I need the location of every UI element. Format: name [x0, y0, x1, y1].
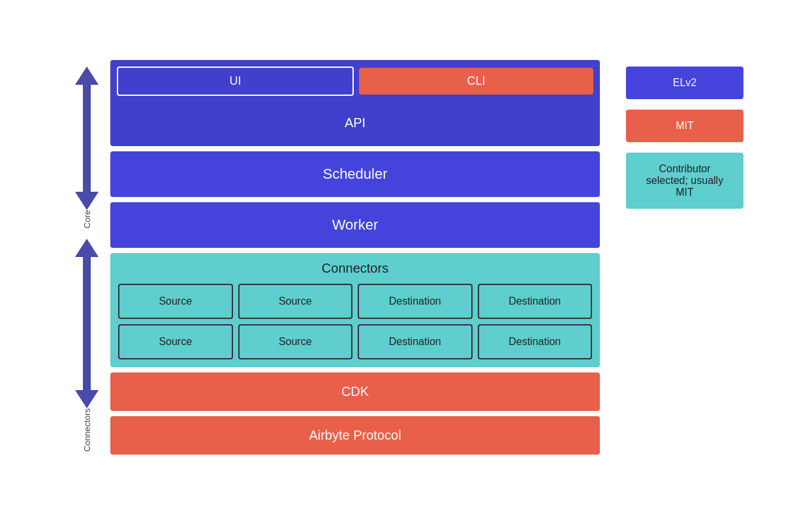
connector-source-1: Source	[118, 284, 233, 319]
connector-source-3: Source	[118, 324, 233, 359]
connector-destination-2: Destination	[478, 284, 593, 319]
api-block: API	[117, 106, 593, 140]
blocks-column: UI CLI API Scheduler Worker Connectors S…	[110, 60, 600, 455]
svg-rect-4	[83, 257, 91, 390]
connector-destination-4: Destination	[478, 324, 593, 359]
core-label: Core	[82, 210, 92, 228]
connectors-arrow-group: Connectors	[74, 239, 100, 451]
scheduler-block: Scheduler	[110, 151, 600, 197]
connector-destination-1: Destination	[358, 284, 473, 319]
connector-destination-3: Destination	[358, 324, 473, 359]
worker-block: Worker	[110, 202, 600, 248]
page-container: Core Connectors UI	[55, 47, 757, 468]
connectors-arrow-svg	[74, 239, 100, 408]
legend-mit: MIT	[626, 110, 743, 142]
legend-elv2: ELv2	[626, 67, 743, 99]
legend-contributor: Contributor selected; usually MIT	[626, 153, 743, 209]
cdk-block: CDK	[110, 372, 600, 411]
ui-block: UI	[117, 67, 354, 96]
core-arrow-svg	[74, 67, 100, 210]
svg-marker-3	[75, 239, 99, 257]
connector-source-2: Source	[238, 284, 353, 319]
svg-marker-2	[75, 192, 99, 210]
svg-marker-5	[75, 390, 99, 408]
connectors-title: Connectors	[118, 261, 592, 276]
core-arrow-group: Core	[74, 67, 100, 228]
top-section: UI CLI API	[110, 60, 600, 146]
connectors-grid: Source Source Destination Destination So…	[118, 284, 592, 359]
airbyte-protocol-block: Airbyte Protocol	[110, 416, 600, 455]
connectors-section: Connectors Source Source Destination Des…	[110, 253, 600, 367]
svg-marker-0	[75, 67, 99, 85]
svg-rect-1	[83, 85, 91, 192]
connectors-label: Connectors	[82, 408, 92, 451]
ui-cli-row: UI CLI	[117, 67, 593, 96]
cli-block: CLI	[359, 68, 593, 95]
connector-source-4: Source	[238, 324, 353, 359]
legend: ELv2 MIT Contributor selected; usually M…	[626, 67, 743, 209]
